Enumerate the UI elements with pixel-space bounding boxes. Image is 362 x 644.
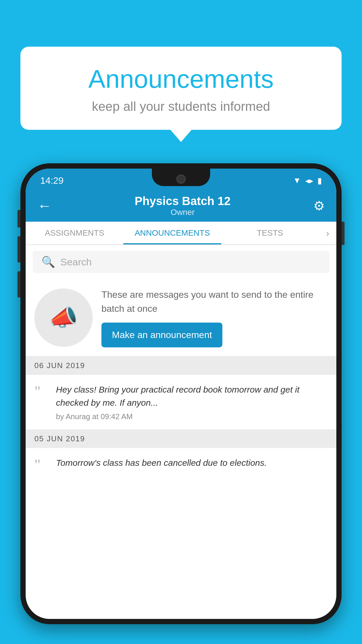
status-icons: ▼ ◂▸ ▮ bbox=[293, 176, 322, 186]
make-announcement-button[interactable]: Make an announcement bbox=[101, 323, 222, 347]
bubble-title: Announcements bbox=[38, 64, 324, 94]
status-time: 14:29 bbox=[40, 175, 64, 186]
volume-down-button bbox=[17, 271, 20, 298]
search-input[interactable]: Search bbox=[60, 256, 92, 268]
date-separator-2: 05 JUN 2019 bbox=[26, 430, 336, 448]
tab-announcements[interactable]: ANNOUNCEMENTS bbox=[123, 222, 221, 244]
search-icon: 🔍 bbox=[41, 256, 55, 268]
phone-camera bbox=[176, 174, 186, 184]
volume-up-button bbox=[17, 236, 20, 262]
promo-right: These are messages you want to send to t… bbox=[101, 288, 328, 347]
mute-button bbox=[17, 210, 20, 228]
search-container: 🔍 Search bbox=[26, 245, 336, 279]
app-header: ← Physics Batch 12 Owner ⚙ bbox=[26, 190, 336, 222]
tab-assignments[interactable]: ASSIGNMENTS bbox=[26, 222, 123, 244]
header-title: Physics Batch 12 bbox=[52, 195, 313, 208]
wifi-icon: ▼ bbox=[293, 176, 301, 185]
back-button[interactable]: ← bbox=[37, 197, 52, 214]
announcement-author-1: by Anurag at 09:42 AM bbox=[56, 412, 328, 421]
header-center: Physics Batch 12 Owner bbox=[52, 195, 313, 217]
quote-icon-2: " bbox=[34, 457, 49, 473]
phone-outer-frame: 14:29 ▼ ◂▸ ▮ ← Physics Batch 12 Owner ⚙ bbox=[20, 163, 342, 624]
speech-bubble-section: Announcements keep all your students inf… bbox=[20, 47, 342, 130]
tab-tests[interactable]: TESTS bbox=[221, 222, 319, 244]
signal-icon: ◂▸ bbox=[305, 176, 313, 186]
bubble-subtitle: keep all your students informed bbox=[38, 99, 324, 114]
megaphone-icon: 📣 bbox=[49, 304, 78, 331]
date-separator-1: 06 JUN 2019 bbox=[26, 356, 336, 375]
settings-icon[interactable]: ⚙ bbox=[313, 198, 325, 213]
tabs-bar: ASSIGNMENTS ANNOUNCEMENTS TESTS › bbox=[26, 222, 336, 245]
announcement-item-2[interactable]: " Tomorrow's class has been cancelled du… bbox=[26, 448, 336, 481]
quote-icon-1: " bbox=[34, 384, 49, 399]
phone-screen: 14:29 ▼ ◂▸ ▮ ← Physics Batch 12 Owner ⚙ bbox=[26, 169, 336, 619]
announcement-content-2: Tomorrow's class has been cancelled due … bbox=[56, 456, 328, 472]
announcement-text-1: Hey class! Bring your practical record b… bbox=[56, 383, 328, 409]
speech-bubble-card: Announcements keep all your students inf… bbox=[20, 47, 342, 130]
search-bar[interactable]: 🔍 Search bbox=[33, 251, 329, 273]
announcement-content-1: Hey class! Bring your practical record b… bbox=[56, 383, 328, 421]
promo-section: 📣 These are messages you want to send to… bbox=[26, 279, 336, 356]
tabs-more[interactable]: › bbox=[319, 222, 336, 244]
header-subtitle: Owner bbox=[52, 208, 313, 217]
promo-description: These are messages you want to send to t… bbox=[101, 288, 328, 316]
power-button bbox=[342, 222, 345, 245]
phone-mockup: 14:29 ▼ ◂▸ ▮ ← Physics Batch 12 Owner ⚙ bbox=[20, 163, 342, 644]
announcement-text-2: Tomorrow's class has been cancelled due … bbox=[56, 456, 328, 469]
promo-icon-circle: 📣 bbox=[34, 288, 93, 347]
battery-icon: ▮ bbox=[317, 176, 322, 186]
announcement-item-1[interactable]: " Hey class! Bring your practical record… bbox=[26, 375, 336, 430]
phone-notch bbox=[152, 169, 210, 186]
